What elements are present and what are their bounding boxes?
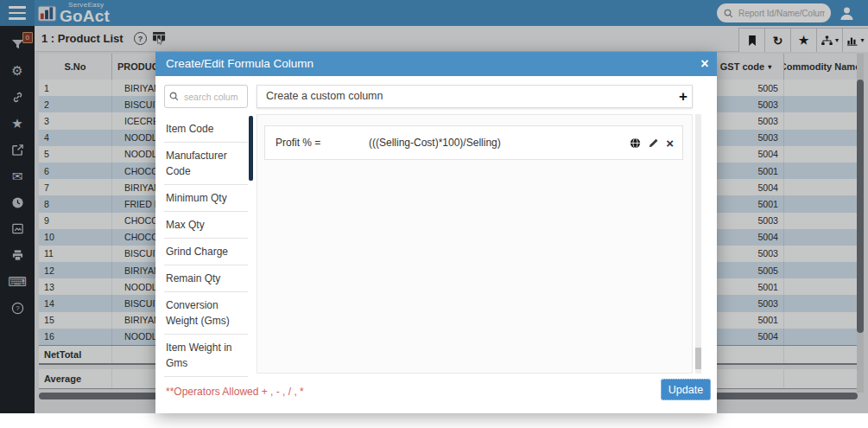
column-list-scrollbar-thumb[interactable] xyxy=(249,116,253,181)
formula-row: Profit % = (((Selling-Cost)*100)/Selling… xyxy=(264,125,683,160)
modal-column-item[interactable]: Minimum Qty xyxy=(164,185,248,212)
formula-name: Profit % = xyxy=(276,126,320,159)
add-column-button[interactable]: + xyxy=(674,85,693,108)
operators-note: **Operators Allowed + , - , / , * xyxy=(166,386,304,398)
formula-column-modal: Create/Edit Formula Column × Item CodeMa… xyxy=(155,52,717,413)
app-screen: ServeEasy GoAct 0 ⚙ ★ ✉ xyxy=(0,0,868,428)
modal-column-item[interactable]: Grind Charge xyxy=(164,239,248,265)
formula-panel: Profit % = (((Selling-Cost)*100)/Selling… xyxy=(257,114,693,374)
modal-column-item[interactable]: Conversion Weight (Gms) xyxy=(164,292,248,335)
modal-title-bar: Create/Edit Formula Column xyxy=(155,52,717,76)
column-search-input[interactable] xyxy=(182,91,244,103)
modal-column-item[interactable]: Remain Qty xyxy=(164,265,248,292)
delete-formula-icon[interactable]: × xyxy=(666,137,674,150)
formula-expression: (((Selling-Cost)*100)/Selling) xyxy=(369,126,501,159)
custom-column-header: Create a custom column xyxy=(257,85,693,108)
modal-column-item[interactable]: Item Weight in Gms xyxy=(164,335,248,377)
globe-icon[interactable] xyxy=(630,137,641,149)
column-list-scrollbar[interactable] xyxy=(249,116,253,410)
panel-scrollbar[interactable] xyxy=(695,114,701,374)
modal-title: Create/Edit Formula Column xyxy=(166,57,314,70)
modal-column-item[interactable]: Max Qty xyxy=(164,212,248,239)
column-search[interactable] xyxy=(164,85,248,108)
search-icon xyxy=(169,92,179,101)
update-button[interactable]: Update xyxy=(661,379,711,400)
close-icon[interactable]: × xyxy=(693,52,717,76)
modal-column-item[interactable]: Manufacturer Code xyxy=(164,143,248,185)
modal-column-list: Item CodeManufacturer CodeMinimum QtyMax… xyxy=(164,116,248,377)
panel-scrollbar-thumb[interactable] xyxy=(695,348,701,369)
modal-column-item[interactable]: Item Code xyxy=(164,116,248,143)
edit-pencil-icon[interactable] xyxy=(648,137,659,149)
